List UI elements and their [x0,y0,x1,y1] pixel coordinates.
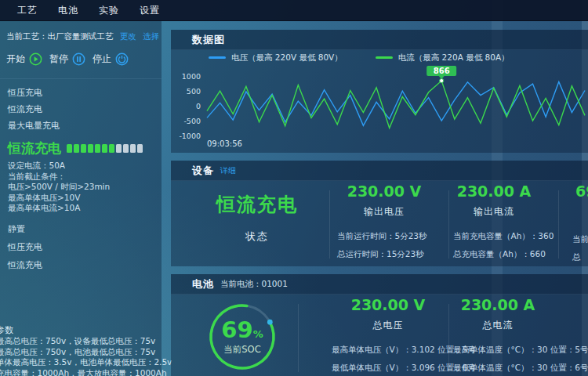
y-axis-tick: -1000 [179,132,201,140]
progress-block [137,144,143,153]
select-process-link[interactable]: 选择 [143,31,159,41]
param-line-1: 最高总电压：750v，设备最低总电压：75v [0,336,172,347]
nav-item-1[interactable]: 工艺 [17,4,38,17]
nav-item-2[interactable]: 电池 [58,4,78,17]
data-point-marker [440,78,444,82]
y-axis-tick: 1000 [182,72,201,81]
step-detail-line-3: 电压>500V / 时间>23min [8,182,158,193]
series-line-1 [207,82,585,126]
device-metric-3: 69当前总 [568,183,588,263]
progress-block [130,144,136,153]
step-item-1[interactable]: 恒压充电 [8,85,158,101]
step-item-after-3[interactable]: 恒流充电 [8,256,158,274]
device-status: 恒流充电 状态 [194,181,320,244]
left-sidebar: 当前工艺：出厂容量测试工艺 更改 选择 开始暂停停止 恒压充电恒流充电最大电量充… [0,21,162,376]
battery-panel: 电池 当前电池：01001 69% 当前SOC 230.00 V总电压最高单体电… [171,274,588,376]
device-info-row: 总 [568,252,588,263]
progress-block [67,144,72,153]
nav-item-4[interactable]: 设置 [140,4,160,17]
progress-block [95,144,100,153]
step-list: 恒压充电恒流充电最大电量充电恒流充电设定电流：50A当前截止条件：电压>500V… [8,85,158,274]
param-line-2: 最高总电压：750v，电池最低总电压：75v [0,347,172,358]
legend-item-1: 电压（最高 220V 最低 80V） [209,52,343,63]
y-axis-tick: -500 [183,117,201,125]
device-value-3: 69 [568,183,588,200]
upcoming-steps: 静置恒压充电恒流充电 [8,220,158,274]
progress-block [123,144,129,153]
soc-unit: % [253,328,263,340]
active-step-details: 设定电流：50A当前截止条件：电压>500V / 时间>23min最高单体电压>… [8,161,158,214]
column-divider [448,304,449,372]
legend-swatch-1 [209,56,226,59]
device-title: 设备 [192,164,214,178]
soc-readout: 69% 当前SOC [203,316,281,356]
tooltip-value: 866 [434,67,450,75]
device-value-label-2: 输出电流 [423,205,564,219]
step-detail-line-2: 当前截止条件： [8,172,158,183]
battery-title: 电池 [192,277,214,291]
legend-swatch-2 [376,56,393,59]
device-status-label: 状态 [194,230,320,244]
step-item-2[interactable]: 恒流充电 [8,101,158,118]
step-detail-line-1: 设定电流：50A [8,161,158,172]
step-item-after-2[interactable]: 恒压充电 [8,238,158,256]
nav-item-3[interactable]: 实验 [99,4,119,17]
pause-button[interactable]: 暂停 [49,52,85,66]
chart-panel-header: 数据图 [171,30,588,50]
chart-title: 数据图 [192,33,225,47]
soc-value: 69 [221,316,252,343]
protection-params: 参数 最高总电压：750v，设备最低总电压：75v最高总电压：750v，电池最低… [0,325,172,376]
progress-block [74,144,79,153]
current-process-label: 当前工艺：出厂容量测试工艺 [6,31,114,41]
device-info-row: 当前 [568,234,588,245]
soc-label: 当前SOC [203,344,281,356]
step-detail-line-4: 最高单体电压>10V [8,193,158,204]
device-details-link[interactable]: 详细 [220,165,236,176]
chart-plot[interactable]: 10005000-500-100009:03:56866 [171,65,588,153]
y-axis-tick: 500 [187,87,201,96]
run-controls: 开始暂停停止 [6,52,129,66]
active-step-label: 恒流充电 [8,139,61,157]
progress-block [116,144,122,153]
stop-button[interactable]: 停止 [93,52,129,66]
current-process: 当前工艺：出厂容量测试工艺 更改 选择 [6,31,159,42]
x-axis-start-time: 09:03:56 [207,139,242,148]
progress-block [102,144,107,153]
pause-button-label: 暂停 [49,52,68,66]
step-item-active[interactable]: 恒流充电 [8,139,158,157]
data-chart-panel: 数据图 电压（最高 220V 最低 80V）电流（最高 220A 最低 80A）… [171,30,588,153]
param-line-3: 单体最高电压：3.5v，电池单体最低电压：2.5v [0,357,172,368]
column-divider [329,190,330,258]
device-value-2: 230.00 A [423,183,564,200]
battery-value-2: 230.00 A [419,296,576,313]
device-info-row: 当前充电容量（Ah）：360 [423,231,564,242]
step-detail-line-5: 最高单体电流>10A [8,203,158,214]
battery-info-row: 最高单体温度（°C）：30 位置：5号 [419,345,576,356]
top-navbar: 工艺电池实验设置 [0,0,588,21]
step-item-after-1[interactable]: 静置 [8,220,158,238]
device-metric-2: 230.00 A输出电流当前充电容量（Ah）：360总充电容量（Ah）：660 [423,183,564,260]
process-header: 当前工艺：出厂容量测试工艺 更改 选择 开始暂停停止 [0,21,162,79]
pause-icon [72,52,85,66]
start-button-label: 开始 [6,52,25,66]
step-progress-bar [67,144,143,153]
current-battery-id: 当前电池：01001 [220,279,288,290]
step-item-3[interactable]: 最大电量充电 [8,118,158,134]
column-divider [558,190,559,258]
change-process-link[interactable]: 更改 [120,31,136,41]
chart-legend: 电压（最高 220V 最低 80V）电流（最高 220A 最低 80A） [171,50,588,65]
column-divider [298,304,299,372]
device-status-value: 恒流充电 [194,192,320,217]
soc-gauge: 69% 当前SOC [203,298,281,376]
params-title: 参数 [0,325,172,336]
stop-button-label: 停止 [93,52,111,66]
legend-label-2: 电流（最高 220A 最低 80A） [398,52,510,63]
start-button[interactable]: 开始 [6,52,42,66]
device-info-row: 总充电容量（Ah）：660 [423,249,564,260]
start-icon [29,52,42,66]
stop-icon [115,52,129,66]
progress-block [109,144,114,153]
legend-item-2: 电流（最高 220A 最低 80A） [376,52,510,63]
dashboard: 工艺电池实验设置 当前工艺：出厂容量测试工艺 更改 选择 开始暂停停止 恒压充电… [0,0,588,376]
device-panel: 设备 详细 恒流充电 状态 230.00 V输出电压当前运行时间：5分23秒总运… [171,161,588,266]
